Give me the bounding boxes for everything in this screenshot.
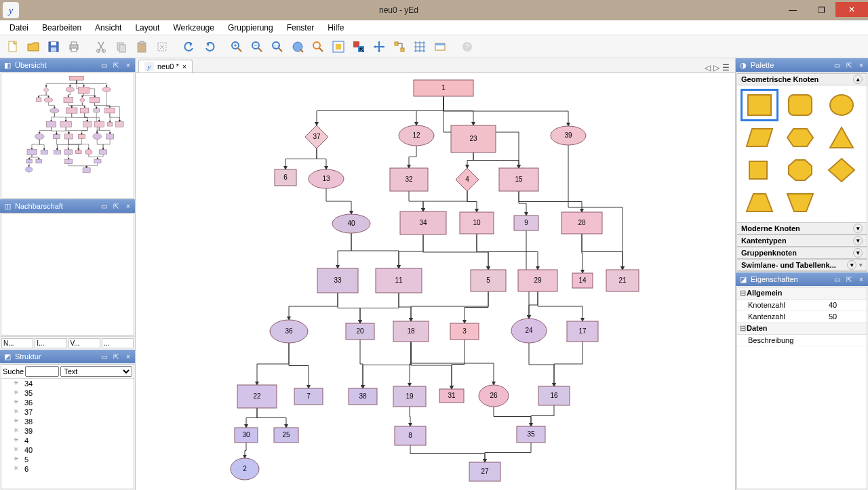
panel-pin-icon[interactable]: ⇱ — [845, 61, 853, 69]
structure-item[interactable]: 35 — [1, 388, 134, 398]
undo-icon[interactable] — [180, 38, 198, 56]
print-icon[interactable] — [65, 38, 83, 56]
minimize-button[interactable]: — — [778, 2, 807, 18]
shape-octagon[interactable] — [783, 156, 817, 184]
structure-item[interactable]: 37 — [1, 407, 134, 417]
struct-search-input[interactable] — [25, 366, 59, 377]
shape-ellipse[interactable] — [825, 91, 859, 119]
panel-close-icon[interactable]: × — [857, 61, 865, 69]
neighborhood-view[interactable] — [1, 213, 134, 335]
menu-hilfe[interactable]: Hilfe — [322, 22, 349, 34]
tab-list-icon[interactable]: ☰ — [722, 63, 730, 73]
structure-item[interactable]: 5 — [1, 455, 134, 464]
paste-icon[interactable] — [133, 38, 151, 56]
shape-diamond[interactable] — [825, 156, 859, 184]
shape-triangle[interactable] — [825, 123, 859, 152]
panel-pin-icon[interactable]: ⇱ — [112, 61, 120, 69]
editor-tab[interactable]: y neu0 * × — [138, 60, 193, 73]
graph-canvas[interactable]: 1371223396133241540341092833115291421362… — [136, 73, 735, 490]
structure-item[interactable]: 4 — [1, 436, 134, 445]
panel-close-icon[interactable]: × — [857, 275, 865, 283]
panel-close-icon[interactable]: × — [124, 61, 132, 69]
palette-section-edgetypes[interactable]: Kantentypen▾ — [737, 234, 867, 247]
shape-trapezoid-inv[interactable] — [783, 188, 817, 217]
menu-layout[interactable]: Layout — [130, 22, 165, 34]
struct-tab-3[interactable]: ... — [102, 338, 134, 348]
panel-dock-icon[interactable]: ▭ — [100, 202, 108, 210]
shape-trapezoid[interactable] — [743, 188, 776, 217]
new-file-icon[interactable] — [4, 38, 22, 56]
delete-icon[interactable] — [153, 38, 171, 56]
palette-section-groupnodes[interactable]: Gruppenknoten▾ — [737, 247, 867, 259]
panel-close-icon[interactable]: × — [124, 352, 132, 361]
zoom-in-icon[interactable] — [228, 38, 245, 56]
zoom-out-icon[interactable] — [248, 38, 266, 56]
menu-gruppierung[interactable]: Gruppierung — [222, 22, 279, 34]
selection-mode-icon[interactable] — [350, 38, 368, 56]
copy-icon[interactable] — [113, 38, 130, 56]
structure-item[interactable]: 6 — [1, 464, 134, 474]
overview-minimap[interactable] — [1, 73, 134, 199]
structure-item[interactable]: 39 — [1, 426, 134, 436]
panel-pin-icon[interactable]: ⇱ — [112, 202, 120, 210]
palette-section-swimlane[interactable]: Swimlane- und Tabellenk...▾▾ — [737, 259, 867, 271]
structure-list[interactable]: 34353637383944056 — [1, 379, 134, 489]
palette-section-modern[interactable]: Moderne Knoten▾ — [737, 222, 867, 234]
expand-icon[interactable]: ▾ — [853, 248, 863, 258]
menu-datei[interactable]: Datei — [4, 22, 34, 34]
maximize-button[interactable]: ❐ — [807, 2, 835, 18]
cut-icon[interactable] — [92, 38, 110, 56]
open-file-icon[interactable] — [24, 38, 42, 56]
prop-group-data[interactable]: ⊟Daten — [737, 323, 867, 335]
zoom-fit-icon[interactable] — [289, 38, 307, 56]
menubar: Datei Bearbeiten Ansicht Layout Werkzeug… — [0, 20, 868, 35]
help-icon[interactable]: ? — [458, 38, 476, 56]
menu-fenster[interactable]: Fenster — [281, 22, 320, 34]
menu-ansicht[interactable]: Ansicht — [90, 22, 127, 34]
menu-werkzeuge[interactable]: Werkzeuge — [167, 22, 219, 34]
panel-pin-icon[interactable]: ⇱ — [845, 275, 853, 283]
zoom-selection-icon[interactable] — [309, 38, 327, 56]
redo-icon[interactable] — [201, 38, 218, 56]
struct-tab-1[interactable]: I... — [35, 338, 66, 348]
orthogonal-edges-icon[interactable] — [391, 38, 408, 56]
save-icon[interactable] — [45, 38, 62, 56]
panel-dock-icon[interactable]: ▭ — [833, 275, 841, 283]
panel-close-icon[interactable]: × — [124, 202, 132, 210]
shape-rectangle[interactable] — [743, 91, 776, 119]
shape-parallelogram[interactable] — [743, 123, 776, 152]
close-button[interactable]: ✕ — [835, 2, 868, 17]
panel-dock-icon[interactable]: ▭ — [100, 352, 108, 361]
structure-item[interactable]: 40 — [1, 445, 134, 455]
structure-item[interactable]: 36 — [1, 398, 134, 407]
panel-dock-icon[interactable]: ▭ — [100, 61, 108, 69]
shape-square-rotated[interactable] — [743, 156, 776, 184]
tab-prev-icon[interactable]: ◁ — [705, 63, 711, 73]
expand-icon[interactable]: ▾ — [853, 224, 863, 233]
collapse-icon[interactable]: ▴ — [853, 75, 863, 84]
struct-search-mode[interactable]: Text — [60, 366, 132, 377]
pan-mode-icon[interactable] — [370, 38, 388, 56]
snap-icon[interactable] — [431, 38, 449, 56]
tab-close-icon[interactable]: × — [182, 62, 186, 70]
fit-content-icon[interactable] — [330, 38, 347, 56]
panel-dock-icon[interactable]: ▭ — [833, 61, 841, 69]
tab-next-icon[interactable]: ▷ — [713, 63, 719, 73]
expand-icon[interactable]: ▾ — [847, 260, 856, 270]
struct-tab-2[interactable]: V... — [68, 338, 100, 348]
structure-item[interactable]: 34 — [1, 379, 134, 388]
zoom-100-icon[interactable]: 1:1 — [269, 38, 286, 56]
svg-text:1:1: 1:1 — [274, 44, 280, 48]
panel-pin-icon[interactable]: ⇱ — [112, 352, 120, 361]
titlebar: y neu0 - yEd — ❐ ✕ — [0, 0, 868, 20]
structure-item[interactable]: 38 — [1, 417, 134, 426]
more-icon[interactable]: ▾ — [859, 262, 863, 268]
palette-section-geometric[interactable]: Geometrische Knoten ▴ — [737, 73, 867, 85]
prop-group-general[interactable]: ⊟Allgemein — [737, 287, 867, 300]
shape-rounded-rect[interactable] — [783, 91, 817, 119]
struct-tab-0[interactable]: N... — [1, 338, 33, 348]
shape-hexagon[interactable] — [783, 123, 817, 152]
expand-icon[interactable]: ▾ — [853, 236, 863, 245]
menu-bearbeiten[interactable]: Bearbeiten — [37, 22, 87, 34]
grid-icon[interactable] — [411, 38, 429, 56]
